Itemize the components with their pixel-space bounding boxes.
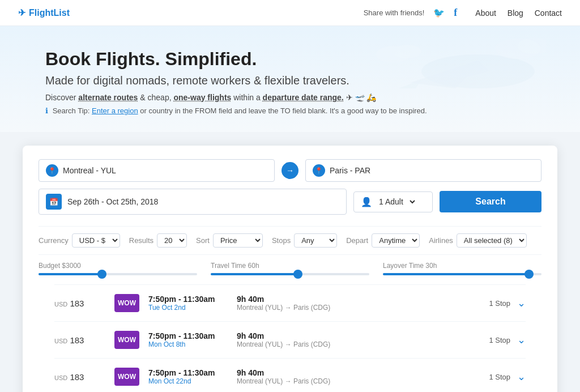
layover-label: Layover Time 30h xyxy=(383,262,541,270)
results-select[interactable]: 20 50 xyxy=(157,233,187,248)
from-input[interactable] xyxy=(63,166,267,175)
expand-button[interactable]: ⌄ xyxy=(517,370,526,383)
result-duration: 9h 40m Montreal (YUL) → Paris (CDG) xyxy=(237,331,330,348)
sort-filter: Sort Price Duration xyxy=(196,233,263,248)
travel-thumb[interactable] xyxy=(293,270,302,279)
results-filter: Results 20 50 xyxy=(129,233,187,248)
header-nav: About Blog Contact xyxy=(466,8,562,18)
plane-icon: ✈ xyxy=(18,7,25,18)
airlines-label: Airlines xyxy=(429,236,453,245)
price-value: 183 xyxy=(70,372,84,382)
to-location-icon: 📍 xyxy=(313,164,325,177)
tip-label: Search Tip: xyxy=(53,106,92,115)
date-field[interactable]: 📅 xyxy=(39,189,347,215)
to-field[interactable]: 📍 xyxy=(305,159,541,182)
table-row: USD 183 WOW 7:50pm - 11:30am Mon Oct 22n… xyxy=(54,358,526,392)
stops-filter: Stops Any Direct 1 Stop xyxy=(272,233,337,248)
passenger-select[interactable]: 1 Adult 2 Adults xyxy=(377,197,417,207)
currency-filter: Currency USD - $ EUR - € xyxy=(39,233,120,248)
logo-text: FlightList xyxy=(29,8,70,18)
swap-button[interactable]: → xyxy=(282,162,298,179)
dates-row: 📅 👤 1 Adult 2 Adults Search xyxy=(39,189,541,215)
expand-button[interactable]: ⌄ xyxy=(517,297,526,309)
route-value: Montreal (YUL) → Paris (CDG) xyxy=(237,304,330,312)
passenger-icon: 👤 xyxy=(361,197,372,207)
layover-fill xyxy=(383,273,529,275)
twitter-icon[interactable]: 🐦 xyxy=(433,7,445,18)
date-input[interactable] xyxy=(67,197,181,206)
result-stops: 1 Stop ⌄ xyxy=(489,370,526,383)
flight-time: 7:50pm - 11:30am xyxy=(148,295,228,304)
currency-label: USD xyxy=(54,374,67,381)
budget-thumb[interactable] xyxy=(97,270,106,279)
airlines-select[interactable]: All selected (8) xyxy=(457,233,527,248)
svg-point-2 xyxy=(393,45,421,58)
stops-select[interactable]: Any Direct 1 Stop xyxy=(294,233,337,248)
from-field[interactable]: 📍 xyxy=(39,159,275,182)
route-value: Montreal (YUL) → Paris (CDG) xyxy=(237,340,330,348)
currency-select[interactable]: USD - $ EUR - € xyxy=(72,233,120,248)
passenger-field[interactable]: 👤 1 Adult 2 Adults xyxy=(353,191,433,212)
sort-label: Sort xyxy=(196,236,210,245)
search-button[interactable]: Search xyxy=(440,191,541,212)
layover-slider-group: Layover Time 30h xyxy=(383,262,541,275)
result-times: 7:50pm - 11:30am Mon Oct 22nd xyxy=(148,368,228,385)
wow-logo: WOW xyxy=(114,368,139,386)
search-card: 📍 → 📍 📅 👤 1 Adult 2 Adults Search Curren… xyxy=(23,146,557,392)
nav-blog[interactable]: Blog xyxy=(508,8,523,18)
departure-date-range-link: departure date range. xyxy=(263,93,344,102)
flight-time: 7:50pm - 11:30am xyxy=(148,368,228,377)
result-duration: 9h 40m Montreal (YUL) → Paris (CDG) xyxy=(237,295,330,312)
airline-logos: WOW xyxy=(114,368,139,386)
result-times: 7:50pm - 11:30am Mon Oct 8th xyxy=(148,331,228,348)
layover-track xyxy=(383,273,541,275)
travel-label: Travel Time 60h xyxy=(211,262,369,270)
depart-label: Depart xyxy=(346,236,368,245)
sort-select[interactable]: Price Duration xyxy=(213,233,263,248)
facebook-icon[interactable]: f xyxy=(454,7,457,19)
airline-logos: WOW xyxy=(114,294,139,312)
tip-link[interactable]: Enter a region xyxy=(92,106,138,115)
travel-fill xyxy=(211,273,298,275)
result-duration: 9h 40m Montreal (YUL) → Paris (CDG) xyxy=(237,368,330,385)
alternate-routes-link: alternate routes xyxy=(78,93,138,102)
table-row: USD 183 WOW 7:50pm - 11:30am Mon Oct 8th… xyxy=(54,321,526,358)
price-value: 183 xyxy=(70,335,84,345)
nav-contact[interactable]: Contact xyxy=(535,8,562,18)
to-input[interactable] xyxy=(330,166,534,175)
route-value: Montreal (YUL) → Paris (CDG) xyxy=(237,377,330,385)
hero-section: Book Flights. Simplified. Made for digit… xyxy=(0,26,580,132)
result-times: 7:50pm - 11:30am Tue Oct 2nd xyxy=(148,295,228,312)
depart-select[interactable]: Anytime Morning Evening xyxy=(372,233,420,248)
flight-date: Mon Oct 8th xyxy=(148,340,228,348)
from-location-icon: 📍 xyxy=(46,164,58,177)
budget-label: Budget $3000 xyxy=(39,262,197,270)
one-way-flights-link: one-way flights xyxy=(173,93,231,102)
results-list: USD 183 WOW 7:50pm - 11:30am Tue Oct 2nd… xyxy=(39,284,541,392)
airlines-filter: Airlines All selected (8) xyxy=(429,233,527,248)
wow-logo: WOW xyxy=(114,331,139,349)
nav-about[interactable]: About xyxy=(475,8,496,18)
stops-badge: 1 Stop xyxy=(489,336,510,344)
stops-label: Stops xyxy=(272,236,291,245)
travel-slider-group: Travel Time 60h xyxy=(211,262,369,275)
budget-slider-group: Budget $3000 xyxy=(39,262,197,275)
logo[interactable]: ✈ FlightList xyxy=(18,7,70,18)
currency-label: Currency xyxy=(39,236,69,245)
budget-fill xyxy=(39,273,102,275)
hero-decoration xyxy=(365,37,546,130)
travel-track xyxy=(211,273,369,275)
location-row: 📍 → 📍 xyxy=(39,159,541,182)
depart-filter: Depart Anytime Morning Evening xyxy=(346,233,420,248)
calendar-icon: 📅 xyxy=(46,194,62,210)
currency-label: USD xyxy=(54,301,67,308)
layover-thumb[interactable] xyxy=(524,270,534,279)
airline-logos: WOW xyxy=(114,331,139,349)
stops-badge: 1 Stop xyxy=(489,373,510,381)
flight-time: 7:50pm - 11:30am xyxy=(148,331,228,340)
result-stops: 1 Stop ⌄ xyxy=(489,297,526,309)
expand-button[interactable]: ⌄ xyxy=(517,334,526,346)
result-price: USD 183 xyxy=(54,299,105,308)
budget-track xyxy=(39,273,197,275)
result-price: USD 183 xyxy=(54,335,105,345)
